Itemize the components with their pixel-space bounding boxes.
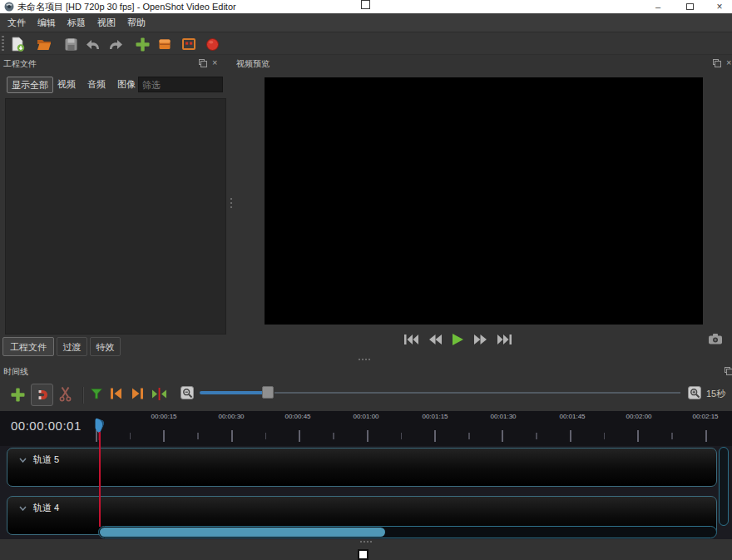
filter-show-all-button[interactable]: 显示全部	[7, 77, 53, 93]
save-project-icon	[64, 37, 78, 52]
menu-bar: 文件 编辑 标题 视图 帮助	[0, 13, 732, 32]
track-row-5[interactable]: 轨道 5	[7, 448, 717, 487]
close-panel-icon[interactable]: ×	[212, 58, 217, 67]
app-logo-icon	[4, 2, 14, 12]
video-preview-panel: 视频预览 ×	[233, 55, 732, 358]
minimize-button[interactable]: –	[645, 0, 670, 13]
tab-transitions[interactable]: 过渡	[57, 337, 87, 356]
snapping-toggle-button[interactable]	[31, 384, 53, 406]
float-preview-icon[interactable]	[713, 59, 719, 65]
close-button[interactable]: ×	[707, 0, 732, 13]
ruler-label: 00:01:45	[559, 413, 585, 420]
filter-image-button[interactable]: 图像	[113, 77, 140, 93]
redo-arrow-icon	[108, 37, 123, 52]
jump-end-icon	[497, 335, 512, 344]
track-name: 轨道 5	[33, 453, 59, 466]
save-project-button[interactable]	[62, 36, 79, 52]
add-marker-button[interactable]	[91, 389, 102, 399]
horizontal-scrollbar-thumb[interactable]	[100, 528, 385, 537]
menu-view[interactable]: 视图	[92, 14, 121, 32]
filter-input[interactable]	[138, 77, 223, 92]
menu-help[interactable]: 帮助	[121, 14, 151, 32]
menu-file[interactable]: 文件	[2, 14, 32, 32]
zoom-out-button[interactable]	[181, 386, 194, 399]
jump-end-button[interactable]	[497, 335, 512, 344]
export-video-button[interactable]	[204, 36, 220, 52]
fullscreen-button[interactable]	[181, 36, 197, 52]
previous-marker-icon	[110, 388, 122, 399]
zoom-in-button[interactable]	[688, 386, 701, 399]
vertical-splitter[interactable]	[230, 198, 232, 210]
track-name: 轨道 4	[33, 502, 59, 514]
redo-button[interactable]	[107, 36, 124, 52]
tab-project-files[interactable]: 工程文件	[2, 337, 54, 356]
zoom-slider-track[interactable]	[200, 391, 268, 394]
menu-edit[interactable]: 编辑	[32, 14, 62, 32]
ruler-label: 00:01:00	[353, 413, 378, 420]
float-timeline-icon[interactable]	[725, 367, 730, 373]
add-track-button[interactable]	[11, 388, 25, 402]
ruler-label: 00:02:00	[626, 413, 651, 420]
scissors-icon	[59, 387, 72, 402]
zoom-out-icon	[182, 388, 193, 399]
previous-marker-button[interactable]	[110, 388, 122, 399]
ruler-minor-ticks	[130, 433, 732, 439]
toolbar-drag-handle[interactable]	[2, 36, 4, 52]
magnet-icon	[36, 388, 49, 402]
zoom-slider-track-rest[interactable]	[274, 392, 680, 394]
zoom-slider-handle[interactable]	[262, 386, 274, 399]
new-project-icon	[10, 37, 25, 52]
center-playhead-button[interactable]	[151, 388, 167, 400]
timeline-vertical-scrollbar[interactable]	[719, 447, 729, 526]
maximize-button[interactable]	[677, 0, 702, 13]
jump-start-button[interactable]	[404, 335, 418, 344]
float-panel-icon[interactable]	[199, 59, 205, 65]
playhead-line	[99, 432, 101, 527]
undo-arrow-icon	[86, 37, 101, 52]
add-track-plus-icon	[11, 388, 25, 402]
filter-video-button[interactable]: 视频	[53, 77, 80, 93]
play-icon	[453, 334, 463, 345]
rewind-icon	[429, 335, 442, 344]
choose-profile-button[interactable]	[156, 36, 173, 52]
fast-forward-button[interactable]	[474, 335, 487, 344]
marker-funnel-icon	[91, 389, 102, 399]
horizontal-splitter[interactable]	[359, 359, 372, 360]
next-marker-button[interactable]	[131, 388, 144, 399]
chevron-down-icon[interactable]	[19, 506, 27, 511]
play-button[interactable]	[453, 334, 463, 345]
timeline-horizontal-scrollbar[interactable]	[98, 526, 717, 538]
rewind-button[interactable]	[429, 335, 442, 344]
razor-button[interactable]	[59, 387, 72, 402]
openshot-window: 未命名项目 [HD 720p 30 fps] - OpenShot Video …	[0, 0, 732, 560]
open-project-button[interactable]	[36, 36, 52, 52]
ruler-label: 00:00:30	[218, 413, 244, 420]
project-files-panel: 工程文件 × 显示全部 视频 音频 图像 工程文件 过渡 特效	[0, 55, 231, 358]
import-plus-icon	[136, 37, 150, 52]
ruler-label: 00:02:15	[692, 413, 718, 420]
close-preview-icon[interactable]: ×	[726, 58, 731, 67]
snapshot-button[interactable]	[709, 333, 722, 348]
ruler-label: 00:00:45	[284, 413, 310, 420]
undo-button[interactable]	[85, 36, 101, 52]
splitter-dots-bottom[interactable]	[360, 541, 372, 543]
jump-start-icon	[404, 335, 418, 344]
splitter-grip-top[interactable]	[361, 0, 370, 9]
filter-audio-button[interactable]: 音频	[83, 77, 110, 93]
profile-icon	[157, 37, 172, 52]
playhead-marker[interactable]	[92, 418, 108, 440]
track-label: 轨道 5	[19, 453, 59, 466]
transport-controls	[233, 331, 682, 348]
timeline-ruler[interactable]: 00:00:00:01 00:00:15 00:00:30 00:00:45 0…	[0, 411, 732, 446]
splitter-grip-bottom[interactable]	[358, 549, 368, 560]
project-files-list[interactable]	[5, 98, 226, 335]
track-label: 轨道 4	[19, 502, 59, 514]
fullscreen-icon	[181, 37, 196, 52]
chevron-down-icon[interactable]	[19, 458, 27, 463]
new-project-button[interactable]	[9, 36, 26, 52]
menu-title[interactable]: 标题	[62, 14, 92, 32]
import-files-button[interactable]	[134, 36, 151, 52]
camera-icon	[709, 334, 722, 344]
next-marker-icon	[131, 388, 144, 399]
tab-effects[interactable]: 特效	[90, 337, 121, 356]
